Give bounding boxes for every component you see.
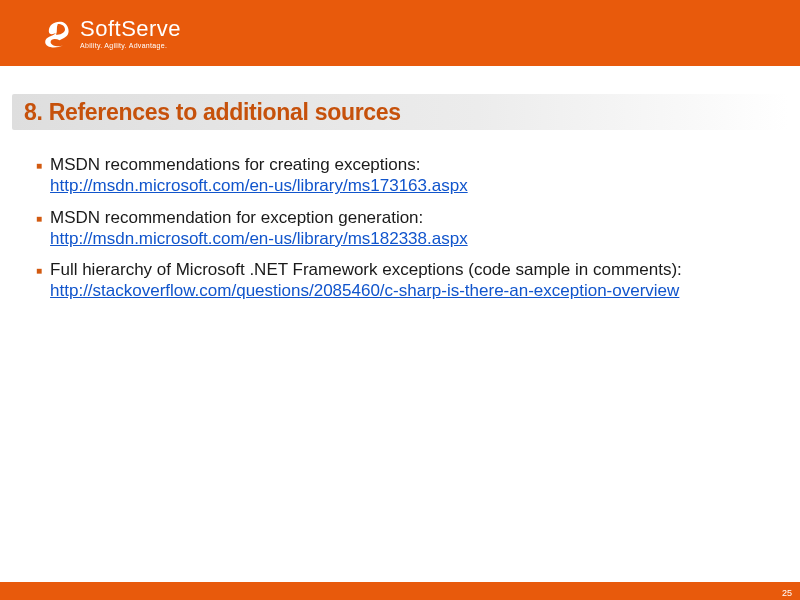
item-link[interactable]: http://msdn.microsoft.com/en-us/library/… [50, 175, 764, 196]
item-body: MSDN recommendation for exception genera… [50, 207, 764, 250]
logo-tagline: Ability. Agility. Advantage. [80, 42, 181, 49]
logo-text: SoftServe Ability. Agility. Advantage. [80, 18, 181, 49]
softserve-logo-icon [38, 15, 74, 51]
bullet-icon: ■ [36, 265, 42, 276]
item-text: MSDN recommendation for exception genera… [50, 208, 423, 227]
item-link[interactable]: http://stackoverflow.com/questions/20854… [50, 280, 764, 301]
list-item: ■ Full hierarchy of Microsoft .NET Frame… [36, 259, 764, 302]
bullet-icon: ■ [36, 160, 42, 171]
logo: SoftServe Ability. Agility. Advantage. [38, 15, 181, 51]
list-item: ■ MSDN recommendations for creating exce… [36, 154, 764, 197]
item-body: Full hierarchy of Microsoft .NET Framewo… [50, 259, 764, 302]
item-text: MSDN recommendations for creating except… [50, 155, 420, 174]
list-item: ■ MSDN recommendation for exception gene… [36, 207, 764, 250]
footer-bar: 25 [0, 584, 800, 600]
item-link[interactable]: http://msdn.microsoft.com/en-us/library/… [50, 228, 764, 249]
content-area: ■ MSDN recommendations for creating exce… [0, 130, 800, 302]
logo-name: SoftServe [80, 18, 181, 40]
item-body: MSDN recommendations for creating except… [50, 154, 764, 197]
bullet-icon: ■ [36, 213, 42, 224]
page-number: 25 [782, 588, 792, 598]
slide-title: 8. References to additional sources [24, 99, 401, 126]
item-text: Full hierarchy of Microsoft .NET Framewo… [50, 260, 682, 279]
slide-title-bar: 8. References to additional sources [12, 94, 788, 130]
header-bar: SoftServe Ability. Agility. Advantage. [0, 0, 800, 66]
